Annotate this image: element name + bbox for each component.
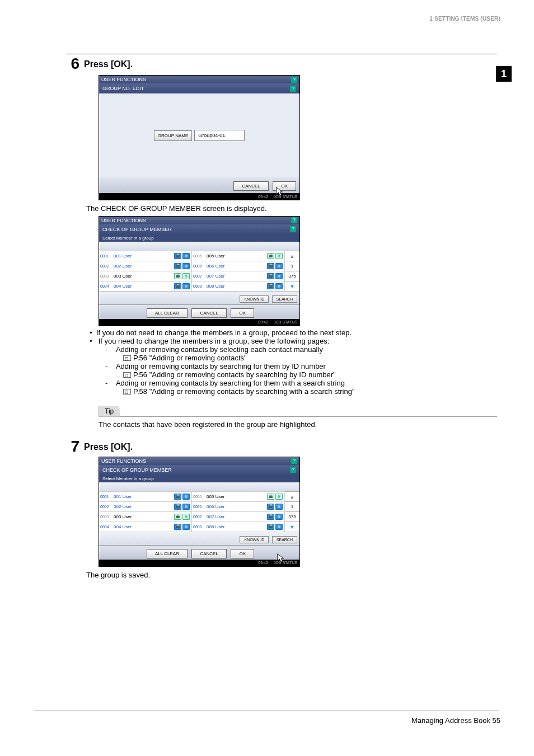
fax-icon[interactable]: 📠 — [267, 514, 274, 520]
mail-icon[interactable]: @ — [182, 263, 190, 269]
tip-rule — [99, 416, 497, 417]
help-icon[interactable]: ? — [290, 467, 296, 473]
mail-icon[interactable]: @ — [182, 253, 190, 259]
known-id-button[interactable]: KNOWN ID — [240, 295, 269, 303]
mail-icon[interactable]: @ — [182, 524, 190, 530]
fax-icon[interactable]: 📠 — [267, 273, 274, 279]
screen-subtitle: CHECK OF GROUP MEMBER — [102, 467, 172, 473]
member-right-column: 0005005 User📠@0006006 User📠@0007007 User… — [192, 251, 285, 291]
xref-link[interactable]: P.56 "Adding or removing contacts by sea… — [133, 370, 336, 379]
cancel-button[interactable]: CANCEL — [233, 181, 268, 191]
known-id-button[interactable]: KNOWN ID — [240, 536, 269, 543]
scroll-up-button[interactable]: ▲ — [285, 491, 299, 501]
member-row[interactable]: 0002002 User📠@ — [99, 261, 191, 271]
member-row[interactable]: 0005005 User📠@ — [192, 251, 284, 261]
book-icon — [123, 355, 131, 361]
help-icon[interactable]: ? — [290, 226, 296, 232]
fax-icon[interactable]: 📠 — [267, 524, 274, 530]
mail-icon[interactable]: @ — [182, 273, 190, 279]
member-row[interactable]: 0007007 User📠@ — [192, 271, 284, 281]
group-name-value[interactable]: Group04-01 — [194, 130, 245, 141]
group-name-button[interactable]: GROUP NAME — [154, 130, 193, 141]
member-row[interactable]: 0005005 User📠@ — [192, 491, 284, 501]
member-row[interactable]: 0004004 User📠@ — [99, 281, 191, 291]
member-row[interactable]: 0003003 User📠@ — [99, 511, 191, 522]
member-row[interactable]: 0006006 User📠@ — [192, 261, 284, 271]
member-row[interactable]: 0003003 User📠@ — [99, 271, 191, 281]
cancel-button[interactable]: CANCEL — [191, 549, 226, 558]
screen-maintitle: USER FUNCTIONS — [101, 77, 146, 82]
cursor-icon — [276, 553, 286, 563]
fax-icon[interactable]: 📠 — [174, 283, 181, 289]
mail-icon[interactable]: @ — [275, 283, 283, 289]
fax-icon[interactable]: 📠 — [267, 263, 274, 269]
fax-icon[interactable]: 📠 — [174, 273, 181, 279]
xref-link[interactable]: P.58 "Adding or removing contacts by sea… — [133, 387, 355, 396]
mail-icon[interactable]: @ — [275, 514, 283, 520]
fax-icon[interactable]: 📠 — [267, 504, 274, 510]
member-row[interactable]: 0008008 User📠@ — [192, 522, 284, 532]
member-left-column: 0001001 User📠@0002002 User📠@0003003 User… — [99, 251, 192, 291]
page-total: 375 — [285, 511, 299, 522]
member-row[interactable]: 0001001 User📠@ — [99, 251, 191, 261]
scroll-down-button[interactable]: ▼ — [285, 281, 299, 291]
section-header: 1 SETTING ITEMS (USER) — [429, 16, 500, 22]
mail-icon[interactable]: @ — [182, 514, 190, 520]
ok-button[interactable]: OK — [231, 549, 254, 558]
mail-icon[interactable]: @ — [275, 494, 283, 500]
mail-icon[interactable]: @ — [275, 273, 283, 279]
help-icon[interactable]: ? — [291, 77, 297, 83]
search-button[interactable]: SEARCH — [272, 536, 297, 543]
help-icon[interactable]: ? — [291, 217, 297, 223]
member-row[interactable]: 0004004 User📠@ — [99, 522, 191, 532]
screenshot-group-edit: USER FUNCTIONS ? GROUP NO. EDIT ? GROUP … — [99, 75, 300, 200]
member-row[interactable]: 0002002 User📠@ — [99, 501, 191, 511]
fax-icon[interactable]: 📠 — [174, 263, 181, 269]
search-button[interactable]: SEARCH — [272, 295, 297, 303]
fax-icon[interactable]: 📠 — [174, 494, 181, 500]
member-left-column: 0001001 User📠@0002002 User📠@0003003 User… — [99, 491, 192, 532]
cancel-button[interactable]: CANCEL — [191, 308, 226, 318]
mail-icon[interactable]: @ — [182, 504, 190, 510]
ok-button[interactable]: OK — [231, 308, 254, 318]
help-icon[interactable]: ? — [290, 86, 296, 92]
mail-icon[interactable]: @ — [275, 524, 283, 530]
screenshot-member-check-ok: USER FUNCTIONS ? CHECK OF GROUP MEMBER ?… — [99, 457, 300, 567]
mail-icon[interactable]: @ — [275, 504, 283, 510]
member-row[interactable]: 0006006 User📠@ — [192, 501, 284, 511]
all-clear-button[interactable]: ALL CLEAR — [147, 549, 188, 558]
scroll-down-button[interactable]: ▼ — [285, 522, 299, 532]
fax-icon[interactable]: 📠 — [267, 253, 274, 259]
list-item: If you do not need to change the members… — [96, 328, 497, 337]
list-item: Adding or removing contacts by searching… — [114, 362, 497, 379]
all-clear-button[interactable]: ALL CLEAR — [147, 308, 188, 318]
step-title: Press [OK]. — [84, 439, 133, 454]
member-row[interactable]: 0007007 User📠@ — [192, 511, 284, 522]
step-number: 6 — [66, 56, 84, 72]
xref-link[interactable]: P.56 "Adding or removing contacts" — [133, 354, 247, 362]
clock: 09:42 — [258, 320, 268, 324]
member-right-column: 0005005 User📠@0006006 User📠@0007007 User… — [192, 491, 285, 532]
mail-icon[interactable]: @ — [275, 263, 283, 269]
mail-icon[interactable]: @ — [182, 494, 190, 500]
instruction-text: The group is saved. — [86, 570, 497, 580]
scroll-up-button[interactable]: ▲ — [285, 251, 299, 261]
step-title: Press [OK]. — [84, 56, 133, 72]
tip-label: Tip — [99, 406, 120, 417]
screen-subtitle: CHECK OF GROUP MEMBER — [102, 227, 172, 232]
fax-icon[interactable]: 📠 — [174, 253, 181, 259]
fax-icon[interactable]: 📠 — [267, 283, 274, 289]
fax-icon[interactable]: 📠 — [174, 504, 181, 510]
help-icon[interactable]: ? — [291, 458, 297, 464]
mail-icon[interactable]: @ — [275, 253, 283, 259]
screen-maintitle: USER FUNCTIONS — [101, 218, 146, 223]
fax-icon[interactable]: 📠 — [174, 514, 181, 520]
job-status[interactable]: JOB STATUS — [274, 320, 297, 324]
mail-icon[interactable]: @ — [182, 283, 190, 289]
member-row[interactable]: 0008008 User📠@ — [192, 281, 284, 291]
book-icon — [123, 372, 131, 378]
screen-instruction: Select Member in a group — [99, 234, 299, 242]
fax-icon[interactable]: 📠 — [174, 524, 181, 530]
member-row[interactable]: 0001001 User📠@ — [99, 491, 191, 501]
fax-icon[interactable]: 📠 — [267, 494, 274, 500]
